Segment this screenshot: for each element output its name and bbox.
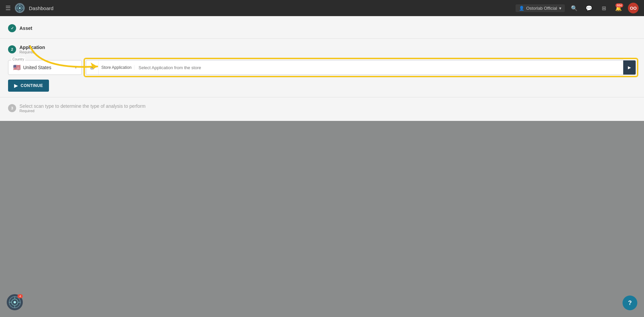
grid-button[interactable]: ⊞	[598, 3, 609, 13]
country-value: United States	[23, 65, 51, 70]
navbar-title: Dashboard	[29, 5, 53, 11]
step2-title-group: Application Required	[19, 45, 45, 54]
step2-fields: Country 🇺🇸 United States ▾ ⊞ Store App	[8, 60, 636, 75]
step1-title: Asset	[19, 26, 32, 31]
step3-title: Select scan type to determine the type o…	[19, 103, 146, 109]
navbar-left: ☰ Dashboard	[5, 3, 53, 13]
org-chevron-icon: ▾	[559, 6, 561, 11]
user-initials: OO	[630, 6, 637, 11]
step2-area: 2 Application Required Country 🇺🇸 United…	[0, 39, 644, 97]
continue-button[interactable]: ▶ CONTINUE	[8, 80, 49, 92]
step1-number: ✓	[8, 24, 16, 32]
chat-button[interactable]: 💬	[584, 3, 594, 13]
bottom-badge[interactable]: 4	[7, 294, 23, 310]
org-icon: 👤	[519, 6, 524, 11]
grid-icon: ⊞	[602, 5, 606, 11]
notification-button[interactable]: 🔔 884	[613, 3, 624, 13]
help-button[interactable]: ?	[623, 296, 637, 310]
step1-check-icon: ✓	[11, 26, 14, 31]
select-app-icon: ▶	[628, 65, 631, 70]
user-avatar[interactable]: OO	[628, 3, 639, 13]
continue-label: CONTINUE	[21, 83, 43, 88]
org-selector[interactable]: 👤 Ostorlab Official ▾	[516, 4, 565, 12]
help-icon: ?	[628, 300, 632, 307]
country-label: Country	[11, 57, 25, 61]
store-app-wrapper: ⊞ Store Application ▶	[86, 60, 636, 75]
store-icon-button[interactable]: ⊞	[86, 60, 99, 75]
bottom-badge-count: 4	[17, 294, 23, 298]
step2-row: 2 Application Required	[8, 42, 636, 57]
store-app-input[interactable]	[135, 65, 623, 70]
store-app-inline-label: Store Application	[99, 65, 135, 70]
svg-point-10	[13, 301, 16, 303]
step3-subtitle: Required	[19, 109, 146, 113]
step3-number: 3	[8, 104, 16, 112]
search-icon: 🔍	[571, 5, 578, 11]
step2-number: 2	[8, 45, 16, 53]
step2-subtitle: Required	[19, 50, 45, 54]
navbar: ☰ Dashboard 👤 Ostorlab Official ▾ 🔍 💬	[0, 0, 644, 16]
search-button[interactable]: 🔍	[569, 3, 580, 13]
country-select[interactable]: 🇺🇸 United States ▾	[8, 60, 82, 75]
step3-title-group: Select scan type to determine the type o…	[19, 103, 146, 113]
country-field-group: Country 🇺🇸 United States ▾	[8, 60, 82, 75]
svg-point-2	[19, 7, 20, 9]
step2-title: Application	[19, 45, 45, 50]
notification-badge: 884	[615, 3, 623, 7]
country-chevron-icon: ▾	[75, 65, 77, 70]
store-app-input-container: ⊞ Store Application ▶	[86, 60, 636, 75]
step3-num-label: 3	[11, 106, 13, 110]
navbar-logo	[15, 3, 25, 13]
country-flag-icon: 🇺🇸	[13, 64, 20, 71]
chat-icon: 💬	[586, 5, 592, 11]
org-name: Ostorlab Official	[526, 6, 557, 11]
select-app-button[interactable]: ▶	[623, 60, 636, 75]
navbar-right: 👤 Ostorlab Official ▾ 🔍 💬 ⊞ 🔔 884 OO	[516, 3, 639, 13]
step3-row: 3 Select scan type to determine the type…	[8, 101, 636, 116]
step2-num-label: 2	[11, 47, 13, 51]
continue-icon: ▶	[14, 83, 18, 88]
step1-area: ✓ Asset	[0, 16, 644, 38]
store-icon: ⊞	[90, 65, 94, 70]
main-content: ✓ Asset 2 Application Required	[0, 16, 644, 317]
hamburger-icon[interactable]: ☰	[5, 4, 11, 12]
step1-row: ✓ Asset	[8, 21, 636, 35]
step3-area: 3 Select scan type to determine the type…	[0, 97, 644, 121]
